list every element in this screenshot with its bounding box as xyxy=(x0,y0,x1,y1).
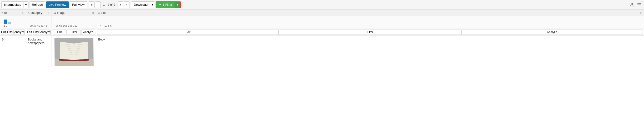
filter-label: 1 Filter xyxy=(163,3,172,7)
intermediate-arrow-btn[interactable]: ▾ xyxy=(24,2,28,8)
id-bar-chart xyxy=(4,18,22,24)
category-type-icon: A xyxy=(28,12,30,14)
page-first-btn[interactable]: « xyxy=(89,2,94,8)
column-header-image[interactable]: 🖼 image ⇅ xyxy=(52,10,96,16)
toolbar: Intermediate ▾ Refresh Live Preview Full… xyxy=(0,0,644,10)
page-next-btn[interactable]: › xyxy=(118,2,123,8)
stats-cell-title: 4 7 12 8 6 xyxy=(96,16,644,29)
title-value: Book xyxy=(98,38,105,41)
category-action-group: Edit Filter Analyze xyxy=(27,30,50,35)
image-action-group: Edit Filter Analyze xyxy=(53,30,95,35)
id-type-icon: # xyxy=(2,12,3,14)
stats-row: 1 2 20 37 41 31 45 96 66 168 158 112 xyxy=(0,16,644,29)
action-cell-id: Edit Filter Analyze xyxy=(0,29,26,36)
image-analyze-btn[interactable]: Analyze xyxy=(81,30,95,35)
user-icon xyxy=(630,3,634,7)
cell-title: Book xyxy=(96,36,644,68)
stats-cell-image: 96 66 168 158 112 xyxy=(52,16,96,29)
chevron-down-icon: ▾ xyxy=(177,3,178,7)
col-title-label: title xyxy=(101,11,106,15)
image-edit-btn[interactable]: Edit xyxy=(53,30,66,35)
filter-arrow-btn[interactable]: ▾ xyxy=(174,2,180,8)
user-icon-btn[interactable] xyxy=(628,2,635,8)
filter-split-btn[interactable]: ▼ 1 Filter ▾ xyxy=(156,2,181,8)
download-main-btn[interactable]: Download xyxy=(131,2,150,8)
id-stats-numbers: 1 2 xyxy=(4,24,22,27)
id-value: 6 xyxy=(2,38,4,41)
image-filter-btn[interactable]: Filter xyxy=(67,30,81,35)
live-preview-button[interactable]: Live Preview xyxy=(46,2,69,8)
column-header-title[interactable]: A title ⇅ xyxy=(96,10,644,16)
action-cell-image: Edit Filter Analyze xyxy=(52,29,96,36)
col-image-label: image xyxy=(57,11,65,15)
id-edit-btn[interactable]: Edit xyxy=(1,30,6,35)
title-analyze-btn[interactable]: Analyze xyxy=(461,30,643,35)
refresh-button[interactable]: Refresh xyxy=(29,2,45,8)
id-bar-1 xyxy=(4,20,7,24)
full-view-button[interactable]: Full View xyxy=(70,2,88,8)
category-analyze-btn[interactable]: Analyze xyxy=(40,30,50,35)
cell-category: Books and newspapers xyxy=(26,36,52,68)
category-value: Books and newspapers xyxy=(28,38,44,45)
id-filter-btn[interactable]: Filter xyxy=(7,30,14,35)
menu-icon-btn[interactable] xyxy=(636,2,642,8)
sort-icon-title[interactable]: ⇅ xyxy=(640,11,642,14)
title-edit-btn[interactable]: Edit xyxy=(97,30,279,35)
id-action-group: Edit Filter Analyze xyxy=(1,30,25,35)
download-arrow-btn[interactable]: ▾ xyxy=(150,2,155,8)
stats-cell-category: 20 37 41 31 45 xyxy=(26,16,52,29)
title-type-icon: A xyxy=(98,12,100,14)
image-type-icon: 🖼 xyxy=(54,12,56,14)
chevron-down-icon: ▾ xyxy=(152,3,153,7)
page-last-btn[interactable]: » xyxy=(124,2,130,8)
book-illustration xyxy=(54,38,94,66)
sort-icon-category[interactable]: ⇅ xyxy=(48,11,50,14)
page-prev-btn[interactable]: ‹ xyxy=(95,2,101,8)
category-filter-btn[interactable]: Filter xyxy=(33,30,40,35)
image-stats-numbers: 96 66 168 158 112 xyxy=(56,24,92,27)
col-category-label: category xyxy=(30,11,42,15)
svg-point-0 xyxy=(631,3,633,5)
action-cell-category: Edit Filter Analyze xyxy=(26,29,52,36)
download-split-btn[interactable]: Download ▾ xyxy=(131,2,155,8)
table-row: 6 Books and newspapers xyxy=(0,36,644,68)
category-stats-numbers: 20 37 41 31 45 xyxy=(30,24,48,27)
sort-icon-image[interactable]: ⇅ xyxy=(92,11,94,14)
category-edit-btn[interactable]: Edit xyxy=(27,30,32,35)
id-analyze-btn[interactable]: Analyze xyxy=(14,30,25,35)
title-action-group: Edit Filter Analyze xyxy=(97,30,643,35)
filter-main-btn[interactable]: ▼ 1 Filter xyxy=(156,2,174,8)
chevron-down-icon: ▾ xyxy=(25,3,27,7)
book-image-container xyxy=(54,38,94,66)
column-header-category[interactable]: A category ⇅ xyxy=(26,10,52,16)
filter-icon: ▼ xyxy=(158,3,162,7)
action-row: Edit Filter Analyze Edit Filter Analyze … xyxy=(0,29,644,36)
intermediate-main-btn[interactable]: Intermediate xyxy=(2,2,24,8)
pagination: « ‹ 1 - 2 of 2 › » xyxy=(89,2,130,8)
title-filter-btn[interactable]: Filter xyxy=(279,30,460,35)
page-info: 1 - 2 of 2 xyxy=(101,2,117,8)
column-header-id[interactable]: # id ⇅ xyxy=(0,10,26,16)
intermediate-split-btn[interactable]: Intermediate ▾ xyxy=(2,2,28,8)
action-cell-title: Edit Filter Analyze xyxy=(96,29,644,36)
cell-image xyxy=(52,36,96,68)
data-table: # id ⇅ A category ⇅ 🖼 xyxy=(0,10,644,68)
stats-cell-id: 1 2 xyxy=(0,16,26,29)
table-header-row: # id ⇅ A category ⇅ 🖼 xyxy=(0,10,644,16)
menu-icon xyxy=(637,3,642,7)
id-bar-2 xyxy=(8,22,11,24)
sort-icon-id[interactable]: ⇅ xyxy=(22,11,24,14)
cell-id: 6 xyxy=(0,36,26,68)
col-id-label: id xyxy=(4,11,7,15)
title-stats-numbers: 4 7 12 8 6 xyxy=(100,24,640,27)
